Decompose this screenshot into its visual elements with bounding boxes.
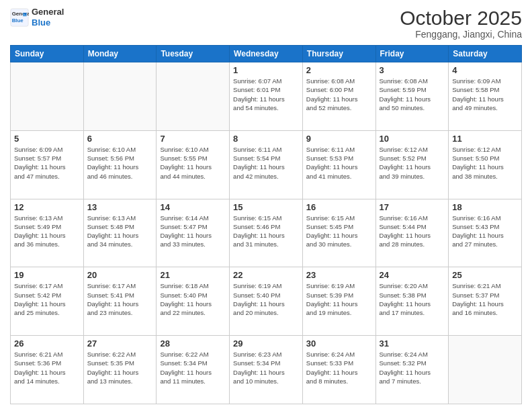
day-cell-10: 10Sunrise: 6:12 AM Sunset: 5:52 PM Dayli… xyxy=(375,130,449,199)
day-cell-18: 18Sunrise: 6:16 AM Sunset: 5:43 PM Dayli… xyxy=(449,199,522,267)
day-cell-16: 16Sunrise: 6:15 AM Sunset: 5:45 PM Dayli… xyxy=(302,199,375,267)
day-info: Sunrise: 6:16 AM Sunset: 5:44 PM Dayligh… xyxy=(380,214,445,249)
day-info: Sunrise: 6:10 AM Sunset: 5:56 PM Dayligh… xyxy=(87,145,153,181)
day-info: Sunrise: 6:22 AM Sunset: 5:34 PM Dayligh… xyxy=(160,350,226,385)
day-cell-30: 30Sunrise: 6:24 AM Sunset: 5:33 PM Dayli… xyxy=(302,336,375,404)
week-row-4: 26Sunrise: 6:21 AM Sunset: 5:36 PM Dayli… xyxy=(11,336,522,404)
calendar-table: SundayMondayTuesdayWednesdayThursdayFrid… xyxy=(10,45,522,404)
day-cell-15: 15Sunrise: 6:15 AM Sunset: 5:46 PM Dayli… xyxy=(230,199,303,267)
day-info: Sunrise: 6:15 AM Sunset: 5:46 PM Dayligh… xyxy=(233,214,299,249)
logo-line1: General xyxy=(32,7,64,17)
day-info: Sunrise: 6:13 AM Sunset: 5:48 PM Dayligh… xyxy=(87,214,153,249)
day-info: Sunrise: 6:13 AM Sunset: 5:49 PM Dayligh… xyxy=(14,214,80,249)
day-info: Sunrise: 6:11 AM Sunset: 5:54 PM Dayligh… xyxy=(233,145,299,181)
title-block: October 2025 Fenggang, Jiangxi, China xyxy=(400,7,522,40)
day-cell-11: 11Sunrise: 6:12 AM Sunset: 5:50 PM Dayli… xyxy=(449,130,522,199)
day-cell-23: 23Sunrise: 6:19 AM Sunset: 5:39 PM Dayli… xyxy=(302,267,375,336)
weekday-header-row: SundayMondayTuesdayWednesdayThursdayFrid… xyxy=(11,46,522,62)
day-number: 2 xyxy=(306,65,372,75)
day-number: 4 xyxy=(452,65,518,75)
day-number: 12 xyxy=(14,202,80,212)
day-info: Sunrise: 6:08 AM Sunset: 6:00 PM Dayligh… xyxy=(306,77,372,112)
day-cell-9: 9Sunrise: 6:11 AM Sunset: 5:53 PM Daylig… xyxy=(302,130,375,199)
day-number: 28 xyxy=(160,338,226,349)
day-info: Sunrise: 6:12 AM Sunset: 5:50 PM Dayligh… xyxy=(452,145,518,181)
day-number: 8 xyxy=(233,134,299,144)
page: General Blue General Blue October 2025 F… xyxy=(0,0,532,411)
week-row-0: 1Sunrise: 6:07 AM Sunset: 6:01 PM Daylig… xyxy=(11,62,522,131)
day-info: Sunrise: 6:10 AM Sunset: 5:55 PM Dayligh… xyxy=(160,145,226,181)
empty-cell xyxy=(83,62,157,131)
day-cell-14: 14Sunrise: 6:14 AM Sunset: 5:47 PM Dayli… xyxy=(157,199,230,267)
day-cell-5: 5Sunrise: 6:09 AM Sunset: 5:57 PM Daylig… xyxy=(11,130,84,199)
day-number: 14 xyxy=(160,202,226,212)
day-number: 25 xyxy=(452,270,518,280)
day-number: 1 xyxy=(233,65,299,75)
day-number: 7 xyxy=(160,134,226,144)
day-cell-7: 7Sunrise: 6:10 AM Sunset: 5:55 PM Daylig… xyxy=(157,130,230,199)
logo-text: General Blue xyxy=(32,7,64,28)
day-info: Sunrise: 6:17 AM Sunset: 5:42 PM Dayligh… xyxy=(14,281,80,317)
day-info: Sunrise: 6:17 AM Sunset: 5:41 PM Dayligh… xyxy=(87,281,153,317)
day-cell-20: 20Sunrise: 6:17 AM Sunset: 5:41 PM Dayli… xyxy=(83,267,157,336)
day-cell-17: 17Sunrise: 6:16 AM Sunset: 5:44 PM Dayli… xyxy=(375,199,449,267)
week-row-2: 12Sunrise: 6:13 AM Sunset: 5:49 PM Dayli… xyxy=(11,199,522,267)
day-info: Sunrise: 6:20 AM Sunset: 5:38 PM Dayligh… xyxy=(380,281,445,317)
empty-cell xyxy=(157,62,230,131)
day-info: Sunrise: 6:09 AM Sunset: 5:58 PM Dayligh… xyxy=(452,77,518,112)
day-info: Sunrise: 6:21 AM Sunset: 5:36 PM Dayligh… xyxy=(14,350,80,385)
day-info: Sunrise: 6:22 AM Sunset: 5:35 PM Dayligh… xyxy=(87,350,153,385)
logo: General Blue General Blue xyxy=(10,7,64,28)
day-cell-26: 26Sunrise: 6:21 AM Sunset: 5:36 PM Dayli… xyxy=(11,336,84,404)
day-cell-12: 12Sunrise: 6:13 AM Sunset: 5:49 PM Dayli… xyxy=(11,199,84,267)
weekday-header-thursday: Thursday xyxy=(302,46,375,62)
day-info: Sunrise: 6:19 AM Sunset: 5:40 PM Dayligh… xyxy=(233,281,299,317)
location-subtitle: Fenggang, Jiangxi, China xyxy=(400,29,522,40)
logo-icon: General Blue xyxy=(10,8,29,27)
weekday-header-friday: Friday xyxy=(375,46,449,62)
weekday-header-wednesday: Wednesday xyxy=(230,46,303,62)
day-number: 11 xyxy=(452,134,518,144)
day-number: 19 xyxy=(14,270,80,280)
day-number: 26 xyxy=(14,338,80,349)
day-info: Sunrise: 6:21 AM Sunset: 5:37 PM Dayligh… xyxy=(452,281,518,317)
day-number: 3 xyxy=(380,65,445,75)
day-cell-24: 24Sunrise: 6:20 AM Sunset: 5:38 PM Dayli… xyxy=(375,267,449,336)
day-number: 20 xyxy=(87,270,153,280)
day-number: 21 xyxy=(160,270,226,280)
day-info: Sunrise: 6:24 AM Sunset: 5:32 PM Dayligh… xyxy=(380,350,445,385)
header: General Blue General Blue October 2025 F… xyxy=(10,7,522,40)
day-cell-21: 21Sunrise: 6:18 AM Sunset: 5:40 PM Dayli… xyxy=(157,267,230,336)
day-cell-29: 29Sunrise: 6:23 AM Sunset: 5:34 PM Dayli… xyxy=(230,336,303,404)
day-number: 9 xyxy=(306,134,372,144)
day-number: 10 xyxy=(380,134,445,144)
week-row-1: 5Sunrise: 6:09 AM Sunset: 5:57 PM Daylig… xyxy=(11,130,522,199)
day-info: Sunrise: 6:08 AM Sunset: 5:59 PM Dayligh… xyxy=(380,77,445,112)
day-cell-25: 25Sunrise: 6:21 AM Sunset: 5:37 PM Dayli… xyxy=(449,267,522,336)
day-number: 22 xyxy=(233,270,299,280)
day-info: Sunrise: 6:14 AM Sunset: 5:47 PM Dayligh… xyxy=(160,214,226,249)
day-cell-8: 8Sunrise: 6:11 AM Sunset: 5:54 PM Daylig… xyxy=(230,130,303,199)
day-cell-2: 2Sunrise: 6:08 AM Sunset: 6:00 PM Daylig… xyxy=(302,62,375,131)
day-number: 30 xyxy=(306,338,372,349)
day-cell-13: 13Sunrise: 6:13 AM Sunset: 5:48 PM Dayli… xyxy=(83,199,157,267)
day-number: 15 xyxy=(233,202,299,212)
weekday-header-monday: Monday xyxy=(83,46,157,62)
svg-text:Blue: Blue xyxy=(12,17,24,24)
day-number: 16 xyxy=(306,202,372,212)
day-cell-6: 6Sunrise: 6:10 AM Sunset: 5:56 PM Daylig… xyxy=(83,130,157,199)
day-cell-4: 4Sunrise: 6:09 AM Sunset: 5:58 PM Daylig… xyxy=(449,62,522,131)
day-cell-27: 27Sunrise: 6:22 AM Sunset: 5:35 PM Dayli… xyxy=(83,336,157,404)
day-info: Sunrise: 6:16 AM Sunset: 5:43 PM Dayligh… xyxy=(452,214,518,249)
day-number: 29 xyxy=(233,338,299,349)
day-number: 6 xyxy=(87,134,153,144)
day-cell-22: 22Sunrise: 6:19 AM Sunset: 5:40 PM Dayli… xyxy=(230,267,303,336)
month-title: October 2025 xyxy=(400,7,522,29)
weekday-header-sunday: Sunday xyxy=(11,46,84,62)
day-cell-19: 19Sunrise: 6:17 AM Sunset: 5:42 PM Dayli… xyxy=(11,267,84,336)
day-info: Sunrise: 6:07 AM Sunset: 6:01 PM Dayligh… xyxy=(233,77,299,112)
day-number: 24 xyxy=(380,270,445,280)
day-info: Sunrise: 6:23 AM Sunset: 5:34 PM Dayligh… xyxy=(233,350,299,385)
day-info: Sunrise: 6:11 AM Sunset: 5:53 PM Dayligh… xyxy=(306,145,372,181)
day-cell-3: 3Sunrise: 6:08 AM Sunset: 5:59 PM Daylig… xyxy=(375,62,449,131)
